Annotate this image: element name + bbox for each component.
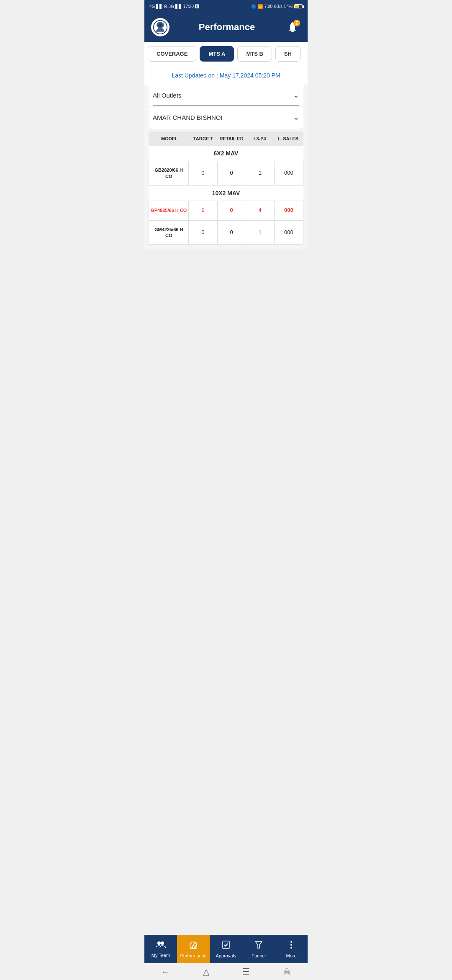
retailed-cell-2: 0 — [218, 221, 246, 245]
retailed-cell-red: 0 — [218, 201, 246, 220]
app-logo — [151, 18, 170, 36]
battery-icon — [294, 4, 303, 8]
l3p4-cell-red: 4 — [246, 201, 275, 220]
target-cell-red: 1 — [189, 201, 217, 220]
tab-mts-a[interactable]: MTS A — [200, 46, 234, 62]
notification-badge: 7 — [293, 20, 300, 26]
time-display: 17:20 — [183, 4, 194, 9]
person-dropdown-label: AMAR CHAND BISHNOI — [153, 114, 223, 121]
l3p4-cell: 1 — [246, 161, 275, 185]
lsales-cell-red: 000 — [275, 201, 303, 220]
network-indicator: 4G — [149, 4, 155, 9]
th-lsales: L. SALES — [274, 136, 302, 142]
table-row: GP4825/66 H CO 1 0 4 000 — [149, 201, 303, 220]
data-table: MODEL TARGE T RETAIL ED L3-P4 L. SALES 6… — [149, 132, 303, 245]
last-updated-text: Last Updated on : May 17,2024 05:20 PM — [144, 66, 308, 85]
retailed-cell: 0 — [218, 161, 246, 185]
tab-coverage[interactable]: COVERAGE — [148, 46, 196, 62]
main-content: All Outlets ⌄ AMAR CHAND BISHNOI ⌄ MODEL… — [144, 85, 308, 249]
model-cell-2: GM4225/66 H CO — [149, 221, 189, 245]
chevron-down-icon: ⌄ — [293, 90, 299, 100]
outlet-dropdown[interactable]: All Outlets ⌄ — [153, 85, 299, 106]
page-title: Performance — [199, 22, 255, 33]
target-cell: 0 — [189, 161, 217, 185]
th-retailed: RETAIL ED — [218, 136, 245, 142]
section-10x2mav: 10X2 MAV — [149, 186, 303, 201]
notification-button[interactable]: 7 — [284, 19, 301, 36]
status-left: 4G ▋▋ R 3G ▋▋ 17:20 🅴 — [149, 4, 199, 9]
svg-rect-2 — [291, 31, 294, 32]
table-row: GM4225/66 H CO 0 0 1 000 — [149, 220, 303, 245]
lsales-cell: 000 — [275, 161, 303, 185]
th-model: MODEL — [150, 136, 189, 142]
table-header-row: MODEL TARGE T RETAIL ED L3-P4 L. SALES — [149, 132, 303, 146]
section-6x2mav: 6X2 MAV — [149, 146, 303, 161]
network-speed: 7.00 KB/s — [265, 4, 282, 9]
outlet-dropdown-section: All Outlets ⌄ — [149, 85, 303, 106]
lsales-cell-2: 000 — [275, 221, 303, 245]
person-dropdown[interactable]: AMAR CHAND BISHNOI ⌄ — [153, 107, 299, 128]
l3p4-cell-2: 1 — [246, 221, 275, 245]
app-header: Performance 7 — [144, 13, 308, 42]
chevron-down-icon-2: ⌄ — [293, 113, 299, 122]
target-cell-2: 0 — [189, 221, 217, 245]
th-l3p4: L3-P4 — [246, 136, 274, 142]
svg-point-1 — [159, 23, 162, 27]
tabs-bar: COVERAGE MTS A MTS B SH — [144, 42, 308, 66]
status-bar: 4G ▋▋ R 3G ▋▋ 17:20 🅴 🔵 📶 7.00 KB/s 54% — [144, 0, 308, 13]
person-dropdown-section: AMAR CHAND BISHNOI ⌄ — [149, 107, 303, 128]
table-row: GB2820/66 H CO 0 0 1 000 — [149, 161, 303, 186]
th-target: TARGE T — [190, 136, 217, 142]
model-cell: GB2820/66 H CO — [149, 161, 189, 185]
tab-sh[interactable]: SH — [275, 46, 300, 62]
tab-mts-b[interactable]: MTS B — [237, 46, 272, 62]
battery-percent: 54% — [284, 4, 293, 9]
model-cell-red: GP4825/66 H CO — [149, 201, 189, 220]
status-right: 🔵 📶 7.00 KB/s 54% — [251, 4, 303, 9]
outlet-dropdown-label: All Outlets — [153, 92, 181, 99]
